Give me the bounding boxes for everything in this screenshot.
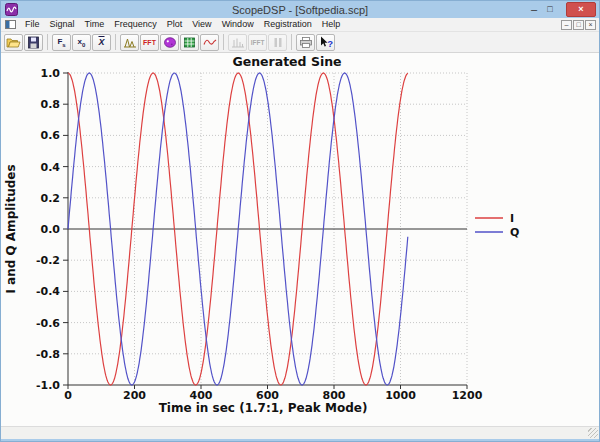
- save-floppy-icon: [27, 36, 40, 49]
- print-button[interactable]: [296, 34, 315, 51]
- x0-label: x0: [78, 37, 86, 48]
- window-title: ScopeDSP - [Softpedia.scp]: [1, 4, 599, 16]
- y-tick-label: 0.6: [41, 129, 61, 142]
- sine-chart: 1.00.80.60.40.20.0-0.2-0.4-0.6-0.8-1.002…: [1, 53, 593, 426]
- x-axis-title: Time in sec (1.7:1, Peak Mode): [159, 401, 368, 415]
- y-tick-label: 0.4: [41, 161, 61, 174]
- legend-label-q: Q: [510, 226, 519, 239]
- x-tick-label: 0: [64, 389, 72, 402]
- purple-palette-icon: [163, 36, 177, 49]
- app-window: ScopeDSP - [Softpedia.scp] – □ × File Si…: [0, 0, 600, 442]
- pause-button: [268, 34, 287, 51]
- toolbar-separator: [47, 34, 48, 50]
- mdi-close-button[interactable]: ×: [585, 20, 596, 30]
- close-button[interactable]: ×: [566, 2, 596, 17]
- green-grid-icon: [183, 36, 196, 49]
- toolbar-separator: [291, 34, 292, 50]
- frequency-plot-icon: [231, 36, 245, 49]
- mdi-document-icon[interactable]: [5, 20, 16, 29]
- generate-sine-button[interactable]: [200, 34, 219, 51]
- y-tick-label: -0.2: [36, 254, 60, 267]
- app-icon: [5, 3, 18, 16]
- y-tick-label: -0.6: [36, 317, 60, 330]
- fft-button[interactable]: FFT: [140, 34, 159, 51]
- toolbar-separator: [115, 34, 116, 50]
- edit-signal-button[interactable]: [160, 34, 179, 51]
- y-tick-label: 0.2: [41, 192, 61, 205]
- x-tick-label: 1000: [385, 389, 416, 402]
- status-bar: [1, 426, 599, 439]
- y-tick-label: 0.8: [41, 98, 61, 111]
- menu-view[interactable]: View: [187, 18, 216, 31]
- mdi-minimize-button[interactable]: –: [561, 20, 572, 30]
- maximize-button[interactable]: □: [542, 2, 558, 17]
- y-tick-label: -0.4: [36, 285, 60, 298]
- toolbar: Fs x0 X FFT: [1, 31, 599, 53]
- xbar-label: X: [98, 37, 104, 47]
- title-bar: ScopeDSP - [Softpedia.scp] – □ ×: [1, 1, 599, 18]
- svg-text:?: ?: [327, 37, 333, 48]
- plot-client-area: 1.00.80.60.40.20.0-0.2-0.4-0.6-0.8-1.002…: [1, 53, 599, 426]
- chart-title: Generated Sine: [232, 54, 341, 69]
- x-tick-label: 1200: [452, 389, 483, 402]
- menu-bar: File Signal Time Frequency Plot View Win…: [1, 18, 599, 31]
- plot-frequency-button: [228, 34, 247, 51]
- open-folder-icon: [6, 36, 21, 49]
- fft-label: FFT: [143, 39, 156, 46]
- ifft-label: IFFT: [251, 39, 265, 46]
- plot-time-button[interactable]: [120, 34, 139, 51]
- menu-registration[interactable]: Registration: [259, 18, 317, 31]
- save-button[interactable]: [24, 34, 43, 51]
- x-tick-label: 200: [123, 389, 146, 402]
- minimize-button[interactable]: –: [526, 2, 542, 17]
- window-controls: – □ ×: [526, 1, 599, 18]
- pause-icon: [273, 37, 283, 48]
- sample-rate-button[interactable]: Fs: [52, 34, 71, 51]
- ifft-button: IFFT: [248, 34, 267, 51]
- menu-signal[interactable]: Signal: [45, 18, 80, 31]
- time-plot-icon: [123, 36, 137, 49]
- y-tick-label: 1.0: [41, 67, 61, 80]
- y-tick-label: -0.8: [36, 348, 60, 361]
- printer-icon: [299, 36, 313, 49]
- menu-window[interactable]: Window: [217, 18, 259, 31]
- context-help-button[interactable]: ?: [316, 34, 335, 51]
- mdi-window-controls: – □ ×: [561, 20, 596, 30]
- help-pointer-icon: ?: [319, 36, 333, 49]
- mdi-restore-button[interactable]: □: [573, 20, 584, 30]
- time-domain-button[interactable]: x0: [72, 34, 91, 51]
- legend-label-i: I: [510, 212, 514, 225]
- resize-grip-icon[interactable]: [588, 428, 598, 438]
- menu-time[interactable]: Time: [80, 18, 110, 31]
- fs-label: Fs: [57, 37, 65, 48]
- y-tick-label: 0.0: [41, 223, 61, 236]
- sine-wave-icon: [203, 36, 217, 49]
- data-grid-button[interactable]: [180, 34, 199, 51]
- spectrum-button[interactable]: X: [92, 34, 111, 51]
- y-axis-title: I and Q Amplitudes: [4, 164, 18, 293]
- menu-plot[interactable]: Plot: [162, 18, 188, 31]
- menu-file[interactable]: File: [20, 18, 45, 31]
- open-file-button[interactable]: [4, 34, 23, 51]
- menu-help[interactable]: Help: [317, 18, 346, 31]
- y-tick-label: -1.0: [36, 379, 60, 392]
- toolbar-separator: [223, 34, 224, 50]
- menu-frequency[interactable]: Frequency: [109, 18, 162, 31]
